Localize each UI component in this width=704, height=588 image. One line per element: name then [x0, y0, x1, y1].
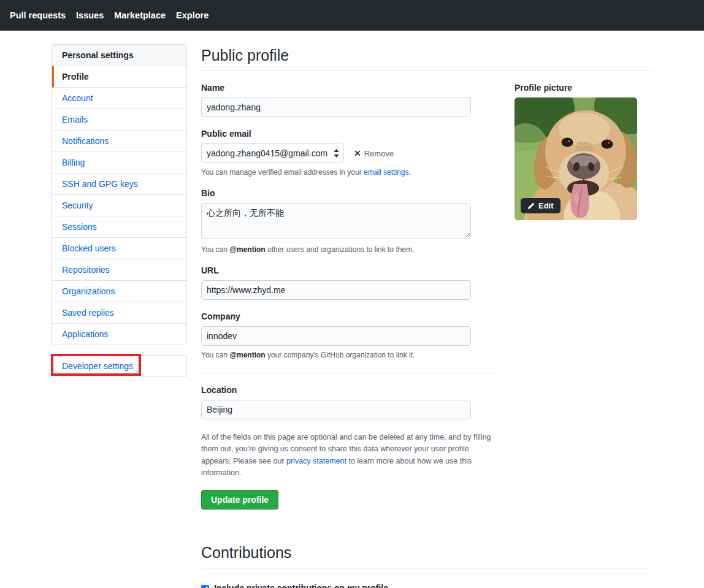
sidebar-item-organizations[interactable]: Organizations	[52, 281, 186, 302]
bio-textarea[interactable]: 心之所向，无所不能	[201, 203, 471, 239]
settings-page: Personal settings Profile Account Emails…	[52, 31, 652, 588]
nav-issues[interactable]: Issues	[76, 10, 104, 20]
bio-note: You can @mention other users and organiz…	[201, 245, 496, 254]
location-input[interactable]	[201, 400, 471, 419]
sidebar-item-ssh-gpg-keys[interactable]: SSH and GPG keys	[52, 174, 186, 195]
bio-label: Bio	[201, 188, 496, 198]
sidebar-item-repositories[interactable]: Repositories	[52, 259, 186, 281]
sidebar-item-sessions[interactable]: Sessions	[52, 216, 186, 238]
name-label: Name	[201, 83, 496, 93]
remove-email-button[interactable]: ✕ Remove	[354, 148, 394, 158]
sidebar-item-blocked-users[interactable]: Blocked users	[52, 238, 186, 259]
public-email-select[interactable]: yadong.zhang0415@gmail.com	[201, 143, 344, 163]
update-profile-button[interactable]: Update profile	[201, 490, 278, 510]
location-label: Location	[201, 385, 496, 395]
url-input[interactable]	[201, 280, 471, 300]
sidebar-item-applications[interactable]: Applications	[52, 324, 186, 345]
contributions-section: Contributions Include private contributi…	[201, 544, 652, 588]
profile-form: Name Public email yadong.zhang0415@gmail…	[201, 71, 496, 510]
company-note: You can @mention your company's GitHub o…	[201, 351, 496, 359]
private-contributions-checkbox[interactable]	[201, 585, 209, 588]
url-label: URL	[201, 265, 496, 275]
personal-settings-menu: Personal settings Profile Account Emails…	[52, 44, 187, 345]
profile-picture-label: Profile picture	[515, 83, 637, 93]
public-email-label: Public email	[201, 129, 496, 139]
sidebar-item-billing[interactable]: Billing	[52, 152, 186, 174]
sidebar-item-notifications[interactable]: Notifications	[52, 131, 186, 152]
sidebar-item-profile[interactable]: Profile	[52, 66, 186, 88]
main-content: Public profile Name Public email yadong.…	[201, 44, 652, 588]
x-icon: ✕	[354, 148, 361, 158]
top-navigation: Pull requests Issues Marketplace Explore	[0, 0, 704, 31]
email-note: You can manage verified email addresses …	[201, 168, 496, 177]
form-divider	[201, 373, 496, 373]
company-input[interactable]	[201, 326, 471, 346]
name-input[interactable]	[201, 97, 471, 117]
sidebar-item-emails[interactable]: Emails	[52, 109, 186, 131]
company-label: Company	[201, 311, 496, 321]
profile-picture-column: Profile picture	[515, 71, 637, 510]
sidebar-heading: Personal settings	[52, 45, 186, 66]
nav-pull-requests[interactable]: Pull requests	[10, 10, 66, 20]
avatar: Edit	[515, 97, 637, 220]
sidebar-item-saved-replies[interactable]: Saved replies	[52, 302, 186, 324]
sidebar-item-account[interactable]: Account	[52, 88, 186, 109]
remove-label: Remove	[364, 149, 394, 158]
pencil-icon	[527, 202, 535, 210]
sidebar-item-developer-settings[interactable]: Developer settings	[52, 356, 186, 376]
edit-label: Edit	[538, 201, 554, 210]
nav-marketplace[interactable]: Marketplace	[114, 10, 166, 20]
private-contributions-label[interactable]: Include private contributions on my prof…	[214, 583, 652, 588]
email-settings-link[interactable]: email settings	[364, 168, 408, 177]
contributions-title: Contributions	[201, 544, 652, 568]
sidebar-item-security[interactable]: Security	[52, 195, 186, 216]
edit-avatar-button[interactable]: Edit	[521, 198, 561, 213]
page-title: Public profile	[201, 44, 652, 71]
developer-settings-box: Developer settings	[52, 355, 187, 377]
privacy-note: All of the fields on this page are optio…	[201, 432, 496, 479]
nav-explore[interactable]: Explore	[176, 10, 209, 20]
privacy-statement-link[interactable]: privacy statement	[286, 457, 346, 465]
settings-sidebar: Personal settings Profile Account Emails…	[52, 44, 187, 377]
